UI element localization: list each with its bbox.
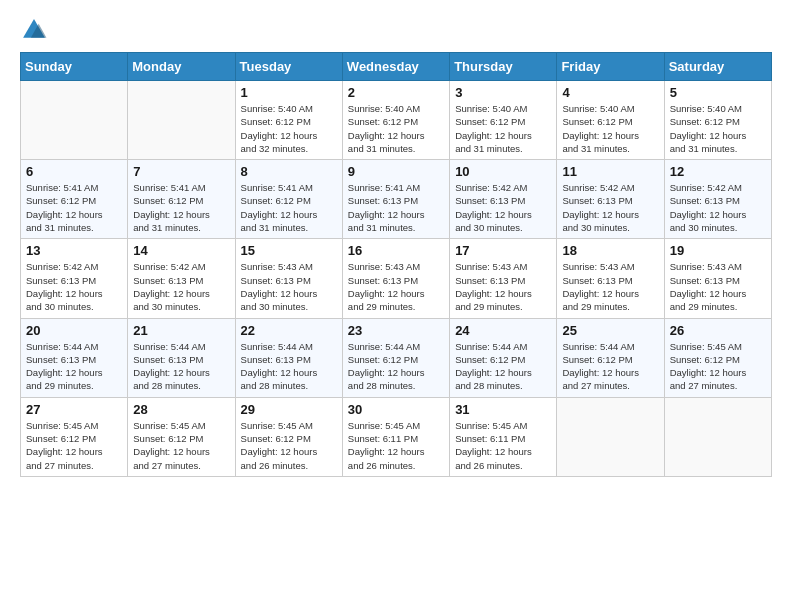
calendar-cell xyxy=(557,397,664,476)
week-row-3: 13Sunrise: 5:42 AM Sunset: 6:13 PM Dayli… xyxy=(21,239,772,318)
calendar-cell: 23Sunrise: 5:44 AM Sunset: 6:12 PM Dayli… xyxy=(342,318,449,397)
day-info: Sunrise: 5:45 AM Sunset: 6:12 PM Dayligh… xyxy=(241,419,337,472)
calendar: SundayMondayTuesdayWednesdayThursdayFrid… xyxy=(20,52,772,477)
calendar-cell: 24Sunrise: 5:44 AM Sunset: 6:12 PM Dayli… xyxy=(450,318,557,397)
calendar-cell: 29Sunrise: 5:45 AM Sunset: 6:12 PM Dayli… xyxy=(235,397,342,476)
week-row-5: 27Sunrise: 5:45 AM Sunset: 6:12 PM Dayli… xyxy=(21,397,772,476)
day-number: 18 xyxy=(562,243,658,258)
calendar-cell: 10Sunrise: 5:42 AM Sunset: 6:13 PM Dayli… xyxy=(450,160,557,239)
calendar-cell xyxy=(664,397,771,476)
day-info: Sunrise: 5:44 AM Sunset: 6:12 PM Dayligh… xyxy=(348,340,444,393)
calendar-cell: 21Sunrise: 5:44 AM Sunset: 6:13 PM Dayli… xyxy=(128,318,235,397)
calendar-cell: 12Sunrise: 5:42 AM Sunset: 6:13 PM Dayli… xyxy=(664,160,771,239)
calendar-cell: 22Sunrise: 5:44 AM Sunset: 6:13 PM Dayli… xyxy=(235,318,342,397)
day-info: Sunrise: 5:44 AM Sunset: 6:13 PM Dayligh… xyxy=(133,340,229,393)
calendar-cell: 26Sunrise: 5:45 AM Sunset: 6:12 PM Dayli… xyxy=(664,318,771,397)
weekday-header-saturday: Saturday xyxy=(664,53,771,81)
calendar-cell: 14Sunrise: 5:42 AM Sunset: 6:13 PM Dayli… xyxy=(128,239,235,318)
day-info: Sunrise: 5:43 AM Sunset: 6:13 PM Dayligh… xyxy=(562,260,658,313)
day-number: 24 xyxy=(455,323,551,338)
day-info: Sunrise: 5:45 AM Sunset: 6:12 PM Dayligh… xyxy=(670,340,766,393)
day-info: Sunrise: 5:44 AM Sunset: 6:12 PM Dayligh… xyxy=(562,340,658,393)
calendar-cell: 4Sunrise: 5:40 AM Sunset: 6:12 PM Daylig… xyxy=(557,81,664,160)
weekday-header-friday: Friday xyxy=(557,53,664,81)
calendar-cell: 1Sunrise: 5:40 AM Sunset: 6:12 PM Daylig… xyxy=(235,81,342,160)
day-number: 5 xyxy=(670,85,766,100)
calendar-cell xyxy=(21,81,128,160)
day-number: 22 xyxy=(241,323,337,338)
day-number: 23 xyxy=(348,323,444,338)
day-number: 1 xyxy=(241,85,337,100)
calendar-cell: 15Sunrise: 5:43 AM Sunset: 6:13 PM Dayli… xyxy=(235,239,342,318)
day-number: 14 xyxy=(133,243,229,258)
calendar-cell: 18Sunrise: 5:43 AM Sunset: 6:13 PM Dayli… xyxy=(557,239,664,318)
day-number: 17 xyxy=(455,243,551,258)
calendar-cell: 17Sunrise: 5:43 AM Sunset: 6:13 PM Dayli… xyxy=(450,239,557,318)
day-info: Sunrise: 5:43 AM Sunset: 6:13 PM Dayligh… xyxy=(241,260,337,313)
day-number: 10 xyxy=(455,164,551,179)
calendar-cell: 9Sunrise: 5:41 AM Sunset: 6:13 PM Daylig… xyxy=(342,160,449,239)
day-number: 19 xyxy=(670,243,766,258)
calendar-cell: 20Sunrise: 5:44 AM Sunset: 6:13 PM Dayli… xyxy=(21,318,128,397)
day-info: Sunrise: 5:45 AM Sunset: 6:12 PM Dayligh… xyxy=(26,419,122,472)
day-info: Sunrise: 5:42 AM Sunset: 6:13 PM Dayligh… xyxy=(670,181,766,234)
day-info: Sunrise: 5:42 AM Sunset: 6:13 PM Dayligh… xyxy=(455,181,551,234)
day-info: Sunrise: 5:44 AM Sunset: 6:13 PM Dayligh… xyxy=(26,340,122,393)
day-number: 28 xyxy=(133,402,229,417)
calendar-cell: 27Sunrise: 5:45 AM Sunset: 6:12 PM Dayli… xyxy=(21,397,128,476)
calendar-cell xyxy=(128,81,235,160)
calendar-cell: 2Sunrise: 5:40 AM Sunset: 6:12 PM Daylig… xyxy=(342,81,449,160)
day-info: Sunrise: 5:45 AM Sunset: 6:11 PM Dayligh… xyxy=(455,419,551,472)
day-number: 26 xyxy=(670,323,766,338)
logo-icon xyxy=(20,16,48,44)
day-number: 7 xyxy=(133,164,229,179)
calendar-cell: 7Sunrise: 5:41 AM Sunset: 6:12 PM Daylig… xyxy=(128,160,235,239)
header xyxy=(20,16,772,44)
calendar-cell: 3Sunrise: 5:40 AM Sunset: 6:12 PM Daylig… xyxy=(450,81,557,160)
calendar-cell: 5Sunrise: 5:40 AM Sunset: 6:12 PM Daylig… xyxy=(664,81,771,160)
weekday-header-tuesday: Tuesday xyxy=(235,53,342,81)
day-info: Sunrise: 5:40 AM Sunset: 6:12 PM Dayligh… xyxy=(455,102,551,155)
day-number: 6 xyxy=(26,164,122,179)
weekday-header-row: SundayMondayTuesdayWednesdayThursdayFrid… xyxy=(21,53,772,81)
day-info: Sunrise: 5:41 AM Sunset: 6:12 PM Dayligh… xyxy=(241,181,337,234)
day-number: 25 xyxy=(562,323,658,338)
calendar-cell: 13Sunrise: 5:42 AM Sunset: 6:13 PM Dayli… xyxy=(21,239,128,318)
day-number: 11 xyxy=(562,164,658,179)
calendar-cell: 19Sunrise: 5:43 AM Sunset: 6:13 PM Dayli… xyxy=(664,239,771,318)
week-row-2: 6Sunrise: 5:41 AM Sunset: 6:12 PM Daylig… xyxy=(21,160,772,239)
page: SundayMondayTuesdayWednesdayThursdayFrid… xyxy=(0,0,792,493)
day-number: 4 xyxy=(562,85,658,100)
logo xyxy=(20,16,52,44)
day-number: 30 xyxy=(348,402,444,417)
day-info: Sunrise: 5:43 AM Sunset: 6:13 PM Dayligh… xyxy=(455,260,551,313)
calendar-cell: 8Sunrise: 5:41 AM Sunset: 6:12 PM Daylig… xyxy=(235,160,342,239)
day-info: Sunrise: 5:43 AM Sunset: 6:13 PM Dayligh… xyxy=(670,260,766,313)
day-number: 29 xyxy=(241,402,337,417)
day-number: 16 xyxy=(348,243,444,258)
day-number: 15 xyxy=(241,243,337,258)
day-number: 31 xyxy=(455,402,551,417)
day-number: 13 xyxy=(26,243,122,258)
calendar-cell: 6Sunrise: 5:41 AM Sunset: 6:12 PM Daylig… xyxy=(21,160,128,239)
day-info: Sunrise: 5:42 AM Sunset: 6:13 PM Dayligh… xyxy=(133,260,229,313)
day-info: Sunrise: 5:42 AM Sunset: 6:13 PM Dayligh… xyxy=(26,260,122,313)
day-info: Sunrise: 5:44 AM Sunset: 6:13 PM Dayligh… xyxy=(241,340,337,393)
calendar-cell: 16Sunrise: 5:43 AM Sunset: 6:13 PM Dayli… xyxy=(342,239,449,318)
weekday-header-wednesday: Wednesday xyxy=(342,53,449,81)
day-info: Sunrise: 5:40 AM Sunset: 6:12 PM Dayligh… xyxy=(241,102,337,155)
day-number: 3 xyxy=(455,85,551,100)
day-info: Sunrise: 5:45 AM Sunset: 6:11 PM Dayligh… xyxy=(348,419,444,472)
calendar-cell: 11Sunrise: 5:42 AM Sunset: 6:13 PM Dayli… xyxy=(557,160,664,239)
day-number: 20 xyxy=(26,323,122,338)
day-number: 12 xyxy=(670,164,766,179)
weekday-header-sunday: Sunday xyxy=(21,53,128,81)
day-info: Sunrise: 5:41 AM Sunset: 6:13 PM Dayligh… xyxy=(348,181,444,234)
day-info: Sunrise: 5:42 AM Sunset: 6:13 PM Dayligh… xyxy=(562,181,658,234)
calendar-cell: 25Sunrise: 5:44 AM Sunset: 6:12 PM Dayli… xyxy=(557,318,664,397)
day-info: Sunrise: 5:41 AM Sunset: 6:12 PM Dayligh… xyxy=(26,181,122,234)
day-info: Sunrise: 5:43 AM Sunset: 6:13 PM Dayligh… xyxy=(348,260,444,313)
calendar-cell: 31Sunrise: 5:45 AM Sunset: 6:11 PM Dayli… xyxy=(450,397,557,476)
week-row-1: 1Sunrise: 5:40 AM Sunset: 6:12 PM Daylig… xyxy=(21,81,772,160)
calendar-cell: 30Sunrise: 5:45 AM Sunset: 6:11 PM Dayli… xyxy=(342,397,449,476)
